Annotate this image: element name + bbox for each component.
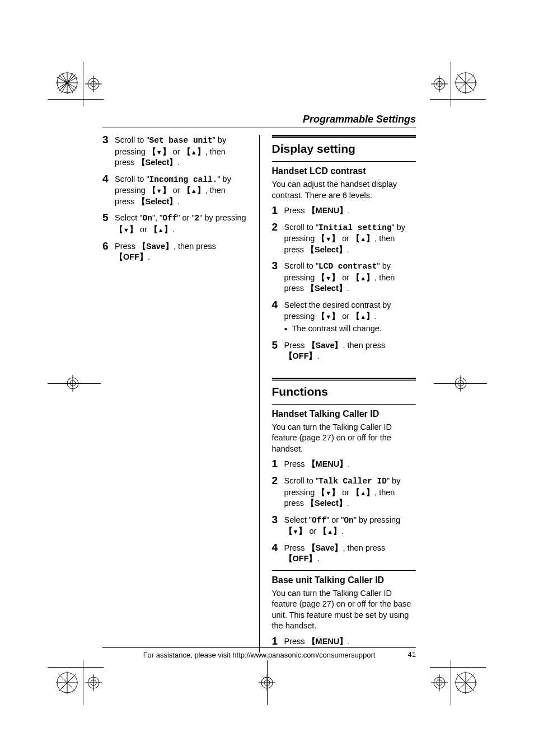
list-item: 1Press 【MENU】. bbox=[272, 459, 416, 470]
svg-point-44 bbox=[437, 680, 442, 685]
subsection-handset-caller-id: Handset Talking Caller ID bbox=[272, 408, 416, 420]
rule-icon bbox=[272, 404, 416, 405]
crosshair-icon bbox=[431, 674, 448, 691]
crosshair-icon bbox=[85, 674, 102, 691]
crop-line bbox=[451, 62, 451, 106]
svg-line-21 bbox=[457, 74, 474, 91]
column-divider bbox=[259, 135, 260, 652]
handset-cid-steps: 1Press 【MENU】. 2Scroll to "Talk Caller I… bbox=[272, 459, 416, 565]
svg-line-5 bbox=[62, 73, 73, 93]
rule-icon bbox=[272, 135, 416, 138]
rule-icon bbox=[272, 570, 416, 571]
crop-line bbox=[48, 667, 104, 668]
step-6: 6 Press 【Save】, then press 【OFF】. bbox=[102, 241, 247, 263]
section-functions: Functions bbox=[272, 384, 416, 400]
crosshair-icon bbox=[85, 76, 102, 92]
base-cid-steps: 1Press 【MENU】. bbox=[272, 636, 416, 647]
crop-line bbox=[430, 99, 486, 100]
crop-line bbox=[430, 667, 486, 668]
crop-line bbox=[434, 383, 487, 384]
page-footer: For assistance, please visit http://www.… bbox=[102, 647, 416, 659]
list-item: 4Select the desired contrast by pressing… bbox=[272, 300, 416, 335]
list-item: 3Scroll to "LCD contrast" by pressing 【▼… bbox=[272, 261, 416, 294]
svg-line-51 bbox=[457, 674, 474, 691]
list-item: 1Press 【MENU】. bbox=[272, 205, 416, 217]
page-content: Programmable Settings 3 Scroll to "Set b… bbox=[102, 114, 416, 652]
svg-line-20 bbox=[457, 74, 474, 91]
svg-point-13 bbox=[434, 78, 445, 90]
svg-line-4 bbox=[59, 74, 76, 91]
svg-line-6 bbox=[62, 73, 73, 93]
crop-line bbox=[267, 660, 268, 705]
list-item: 2Scroll to "Talk Caller ID" by pressing … bbox=[272, 476, 416, 509]
svg-point-30 bbox=[57, 673, 77, 693]
intro-text: You can adjust the handset display contr… bbox=[272, 179, 416, 201]
crosshair-icon bbox=[431, 76, 448, 92]
subsection-base-caller-id: Base unit Talking Caller ID bbox=[272, 574, 416, 586]
crop-line bbox=[83, 660, 83, 705]
svg-line-8 bbox=[57, 77, 77, 88]
subsection-lcd-contrast: Handset LCD contrast bbox=[272, 165, 416, 177]
svg-point-43 bbox=[434, 677, 445, 688]
bullet-note: The contrast will change. bbox=[284, 323, 416, 335]
svg-point-14 bbox=[437, 81, 442, 87]
svg-point-0 bbox=[57, 73, 77, 93]
section-display-setting: Display setting bbox=[272, 141, 416, 157]
list-item: 3Select "Off" or "On" by pressing 【▼】 or… bbox=[272, 515, 416, 537]
list-item: 5Press 【Save】, then press 【OFF】. bbox=[272, 340, 416, 362]
two-columns: 3 Scroll to "Set base unit" by pressing … bbox=[102, 135, 416, 652]
svg-point-47 bbox=[456, 673, 476, 693]
step-3: 3 Scroll to "Set base unit" by pressing … bbox=[102, 135, 247, 168]
crop-line bbox=[48, 99, 104, 100]
svg-line-50 bbox=[457, 674, 474, 691]
crop-line bbox=[451, 660, 451, 705]
registration-mark-icon bbox=[455, 672, 477, 694]
registration-mark-icon bbox=[56, 672, 78, 694]
registration-mark-icon bbox=[56, 72, 78, 94]
lcd-steps: 1Press 【MENU】. 2Scroll to "Initial setti… bbox=[272, 205, 416, 362]
list-item: 4Press 【Save】, then press 【OFF】. bbox=[272, 543, 416, 565]
right-column: Display setting Handset LCD contrast You… bbox=[272, 135, 416, 652]
svg-line-3 bbox=[59, 74, 76, 91]
svg-point-17 bbox=[456, 73, 476, 93]
step-4: 4 Scroll to "Incoming call." by pressing… bbox=[102, 174, 247, 208]
crop-line bbox=[83, 62, 83, 106]
svg-point-9 bbox=[88, 78, 99, 90]
rule-icon bbox=[272, 161, 416, 162]
page-number: 41 bbox=[408, 650, 416, 659]
page-header: Programmable Settings bbox=[102, 114, 416, 128]
footer-text: For assistance, please visit http://www.… bbox=[143, 651, 376, 659]
crop-line bbox=[48, 383, 101, 384]
svg-line-7 bbox=[57, 77, 77, 88]
svg-line-33 bbox=[59, 674, 76, 691]
list-item: 2Scroll to "Initial setting" by pressing… bbox=[272, 222, 416, 256]
svg-point-10 bbox=[91, 81, 96, 87]
left-steps: 3 Scroll to "Set base unit" by pressing … bbox=[102, 135, 247, 263]
svg-line-34 bbox=[59, 674, 76, 691]
svg-point-35 bbox=[88, 677, 99, 688]
list-item: 1Press 【MENU】. bbox=[272, 636, 416, 647]
svg-point-36 bbox=[91, 680, 96, 685]
step-5: 5 Select "On", "Off" or "2" by pressing … bbox=[102, 213, 247, 235]
rule-icon bbox=[272, 378, 416, 381]
intro-text: You can turn the Talking Caller ID featu… bbox=[272, 422, 416, 455]
left-column: 3 Scroll to "Set base unit" by pressing … bbox=[102, 135, 247, 652]
registration-mark-icon bbox=[455, 72, 477, 94]
intro-text: You can turn the Talking Caller ID featu… bbox=[272, 588, 416, 632]
